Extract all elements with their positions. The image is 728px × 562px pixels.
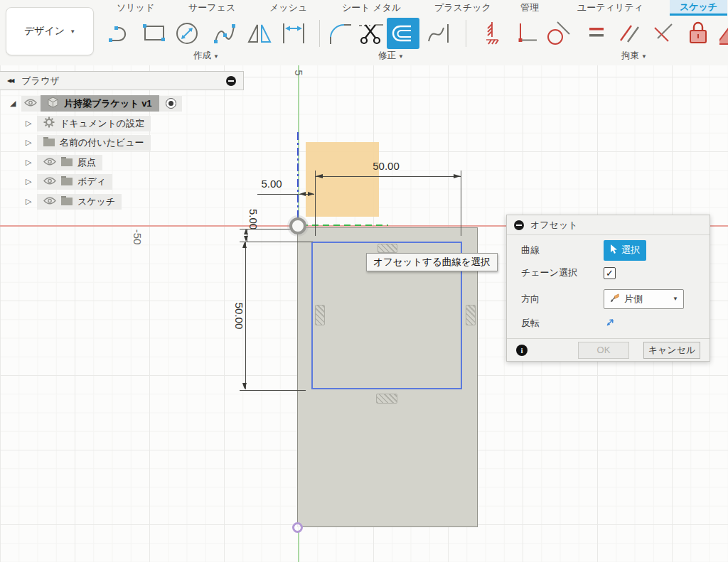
- chevron-down-icon: ▼: [641, 53, 647, 60]
- dim-width-value[interactable]: 50.00: [358, 160, 414, 172]
- ok-button[interactable]: OK: [578, 342, 629, 359]
- chain-selection-checkbox[interactable]: ✓: [604, 267, 616, 279]
- folder-icon: [61, 176, 73, 188]
- tab-mesh[interactable]: メッシュ: [269, 0, 307, 16]
- chevron-down-icon: ▼: [398, 53, 404, 60]
- collapsed-arrow-icon[interactable]: ▷: [26, 138, 37, 147]
- workspace-switcher[interactable]: デザイン ▼: [6, 7, 94, 55]
- tab-sheet-metal[interactable]: シート メタル: [342, 0, 401, 16]
- tab-plastic[interactable]: プラスチック: [434, 0, 491, 16]
- tab-surface[interactable]: サーフェス: [188, 0, 235, 16]
- info-icon[interactable]: i: [516, 345, 528, 356]
- browser-item-label: 名前の付いたビュー: [60, 136, 144, 149]
- eye-icon[interactable]: [43, 157, 56, 168]
- tab-utilities[interactable]: ユーティリティ: [577, 0, 643, 16]
- create-group-dropdown[interactable]: 作成▼: [178, 50, 235, 62]
- modify-group-dropdown[interactable]: 修正▼: [363, 50, 419, 62]
- select-curves-button[interactable]: 選択: [604, 240, 646, 261]
- circle-diameter-icon[interactable]: [172, 18, 202, 48]
- curve-label: 曲線: [521, 244, 604, 256]
- browser-row-named-views[interactable]: ▷ 名前の付いたビュー: [26, 134, 151, 151]
- tab-solid[interactable]: ソリッド: [117, 0, 154, 16]
- flip-direction-icon[interactable]: [604, 316, 616, 331]
- document-root-item[interactable]: 片持梁ブラケット v1: [41, 95, 159, 112]
- collapsed-arrow-icon[interactable]: ▷: [26, 158, 37, 167]
- toolbar: デザイン ▼ ソリッド サーフェス メッシュ シート メタル プラスチック 管理…: [0, 0, 728, 66]
- browser-row-document-settings[interactable]: ▷ ドキュメントの設定: [26, 115, 151, 131]
- dialog-header[interactable]: オフセット: [507, 215, 710, 235]
- dialog-title: オフセット: [530, 219, 578, 232]
- tab-manage[interactable]: 管理: [520, 0, 539, 16]
- flip-label: 反転: [521, 317, 604, 330]
- browser-root-row[interactable]: ◢ 片持梁ブラケット v1: [10, 95, 182, 112]
- collapsed-arrow-icon[interactable]: ▷: [26, 197, 37, 206]
- dim-extension-line: [240, 242, 313, 242]
- rectangle-tool-icon[interactable]: [139, 18, 169, 48]
- lock-constraint-icon[interactable]: [682, 18, 712, 48]
- dim-extension-line: [240, 390, 306, 391]
- spline-tool-icon[interactable]: [210, 18, 240, 48]
- collapse-dialog-icon[interactable]: [514, 220, 524, 230]
- fix-constraint-icon[interactable]: [476, 18, 506, 48]
- collapsed-arrow-icon[interactable]: ▷: [26, 119, 37, 128]
- collapsed-arrow-icon[interactable]: ▷: [26, 177, 37, 186]
- eye-icon[interactable]: [43, 176, 56, 187]
- selection-highlight-region: [306, 142, 379, 217]
- perpendicular-constraint-icon[interactable]: [648, 18, 678, 48]
- browser-item-label: 原点: [77, 156, 96, 169]
- curve-tool-icon[interactable]: [424, 18, 454, 48]
- workspace-label: デザイン: [24, 25, 65, 38]
- gear-icon: [43, 117, 55, 130]
- minimize-panel-icon[interactable]: [226, 76, 236, 86]
- constraint-marker-top: [378, 244, 397, 253]
- constraints-group-dropdown[interactable]: 拘束▼: [606, 50, 663, 62]
- construction-centerline[interactable]: [297, 132, 299, 226]
- parallel-constraint-icon[interactable]: [614, 18, 644, 48]
- offset-tool-icon[interactable]: [387, 18, 419, 49]
- collapse-panel-icon[interactable]: ◀◀: [7, 77, 13, 84]
- tab-sketch-active[interactable]: スケッチ: [670, 0, 727, 16]
- eye-icon[interactable]: [43, 196, 56, 207]
- trim-tool-icon[interactable]: [356, 18, 386, 48]
- folder-icon: [43, 137, 55, 148]
- chain-selection-label: チェーン選択: [521, 266, 604, 279]
- document-name: 片持梁ブラケット v1: [64, 97, 152, 110]
- browser-header: ◀◀ ブラウザ: [0, 71, 244, 90]
- constraint-marker-left: [315, 305, 325, 325]
- direction-label: 方向: [521, 293, 604, 306]
- cursor-arrow-icon: [610, 244, 618, 256]
- dim-offset-x-value[interactable]: 5.00: [250, 178, 293, 190]
- activate-component-radio[interactable]: [166, 98, 176, 109]
- folder-icon: [61, 196, 73, 207]
- origin-point[interactable]: [289, 217, 306, 234]
- mirror-tool-icon[interactable]: [245, 18, 274, 48]
- dimension-tool-icon[interactable]: [279, 18, 309, 48]
- direction-value: 片側: [624, 293, 643, 306]
- chevron-down-icon: ▼: [673, 296, 678, 302]
- equal-constraint-icon[interactable]: [582, 18, 611, 48]
- toolbar-separator: [319, 20, 320, 47]
- dim-extension-line: [461, 171, 461, 236]
- dim-arrow-icon: [242, 242, 247, 248]
- browser-row-bodies[interactable]: ▷ ボディ: [26, 173, 112, 190]
- direction-flag-icon: [609, 293, 620, 306]
- direction-dropdown[interactable]: 片側 ▼: [604, 289, 684, 309]
- sketch-point[interactable]: [292, 522, 303, 533]
- line-tool-icon[interactable]: [107, 18, 136, 48]
- expanded-arrow-icon[interactable]: ◢: [10, 99, 21, 108]
- grid-label-top: 5: [293, 70, 305, 75]
- cancel-button[interactable]: キャンセル: [643, 342, 700, 359]
- browser-row-origin[interactable]: ▷ 原点: [26, 154, 102, 171]
- dim-arrow-icon: [299, 192, 306, 196]
- dim-offset-y-value[interactable]: 5.00: [247, 198, 259, 241]
- fillet-tool-icon[interactable]: [326, 18, 355, 48]
- clipped-constraint-icon[interactable]: [719, 18, 728, 48]
- constraint-marker-bottom: [376, 394, 397, 404]
- component-cube-icon: [48, 97, 58, 110]
- tangent-constraint-icon[interactable]: [543, 18, 573, 48]
- browser-row-sketches[interactable]: ▷ スケッチ: [26, 193, 122, 210]
- vertical-horizontal-constraint-icon[interactable]: [511, 18, 541, 48]
- dim-height-value[interactable]: 50.00: [233, 295, 245, 337]
- grid-label-left: -50: [132, 227, 144, 248]
- eye-icon[interactable]: [24, 98, 37, 109]
